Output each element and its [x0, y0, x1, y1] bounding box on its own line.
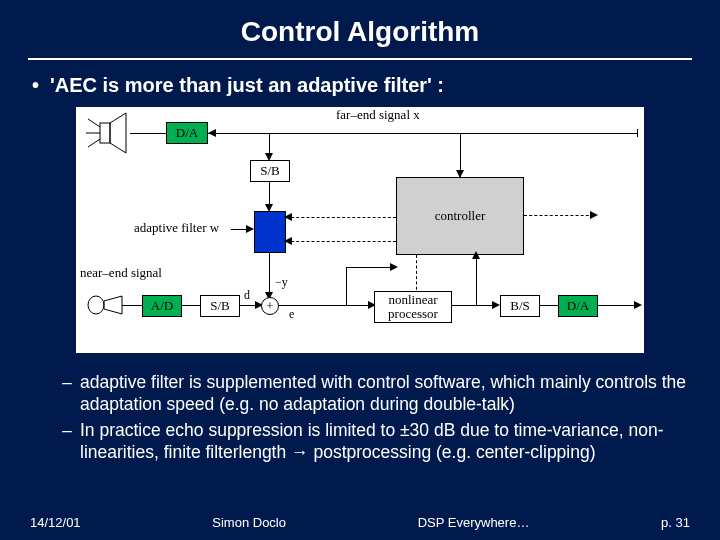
arrow-right — [492, 301, 500, 309]
footer-author: Simon Doclo — [212, 515, 286, 530]
arrow-up — [472, 251, 480, 259]
line — [598, 305, 638, 306]
d-label: d — [244, 288, 250, 303]
svg-rect-0 — [100, 123, 110, 143]
bullet-dot: • — [32, 74, 50, 97]
svg-point-5 — [88, 296, 104, 314]
slide-content: •'AEC is more than just an adaptive filt… — [0, 74, 720, 464]
slide-title: Control Algorithm — [0, 0, 720, 58]
nearend-label: near–end signal — [80, 265, 162, 281]
svg-marker-1 — [110, 113, 126, 153]
sb-top-box: S/B — [250, 160, 290, 182]
sub-bullet-2: In practice echo suppression is limited … — [62, 419, 692, 464]
adaptive-filter-box — [254, 211, 286, 253]
line — [346, 267, 347, 305]
da-right-box: D/A — [558, 295, 598, 317]
dash — [524, 215, 594, 216]
line — [540, 305, 558, 306]
controller-box: controller — [396, 177, 524, 255]
bullet-level1: •'AEC is more than just an adaptive filt… — [32, 74, 692, 97]
bullet1-text: 'AEC is more than just an adaptive filte… — [50, 74, 444, 96]
svg-line-2 — [88, 119, 100, 127]
line — [208, 133, 638, 134]
bs-box: B/S — [500, 295, 540, 317]
nonlinear-box: nonlinear processor — [374, 291, 452, 323]
arrow-left — [284, 237, 292, 245]
line — [346, 267, 396, 268]
da-top-box: D/A — [166, 122, 208, 144]
nonlinear-l1: nonlinear — [388, 293, 437, 307]
line — [279, 305, 372, 306]
mic-icon — [86, 291, 126, 321]
svg-marker-6 — [104, 296, 122, 314]
line — [130, 133, 166, 134]
line — [269, 253, 270, 293]
arrow-right — [634, 301, 642, 309]
line — [637, 129, 638, 137]
e-label: e — [289, 307, 294, 322]
dash — [286, 217, 396, 218]
line — [122, 305, 142, 306]
line — [476, 255, 477, 305]
arrow-right — [246, 225, 254, 233]
arrow-down — [456, 170, 464, 178]
dash — [286, 241, 396, 242]
line — [269, 182, 270, 206]
dashv — [416, 255, 417, 295]
sb-bot-box: S/B — [200, 295, 240, 317]
arrow-left — [208, 129, 216, 137]
arrow-left — [284, 213, 292, 221]
arrow-right — [390, 263, 398, 271]
sub-bullet-1: adaptive filter is supplemented with con… — [62, 371, 692, 416]
arrow-right — [590, 211, 598, 219]
speaker-icon — [82, 109, 130, 157]
line — [182, 305, 200, 306]
farend-label: far–end signal x — [336, 107, 420, 123]
nonlinear-l2: processor — [388, 307, 438, 321]
adaptive-filter-label: adaptive filter w — [134, 220, 219, 236]
footer-page: p. 31 — [661, 515, 690, 530]
sum-node: + — [261, 297, 279, 315]
svg-line-4 — [88, 139, 100, 147]
line — [269, 133, 270, 155]
footer-series: DSP Everywhere… — [418, 515, 530, 530]
footer: 14/12/01 Simon Doclo DSP Everywhere… p. … — [0, 515, 720, 530]
minus-y-label: −y — [275, 275, 288, 290]
block-diagram: D/A far–end signal x S/B adaptive filter… — [76, 107, 644, 353]
title-divider — [28, 58, 692, 60]
sub-bullets: adaptive filter is supplemented with con… — [28, 371, 692, 464]
footer-date: 14/12/01 — [30, 515, 81, 530]
ad-box: A/D — [142, 295, 182, 317]
